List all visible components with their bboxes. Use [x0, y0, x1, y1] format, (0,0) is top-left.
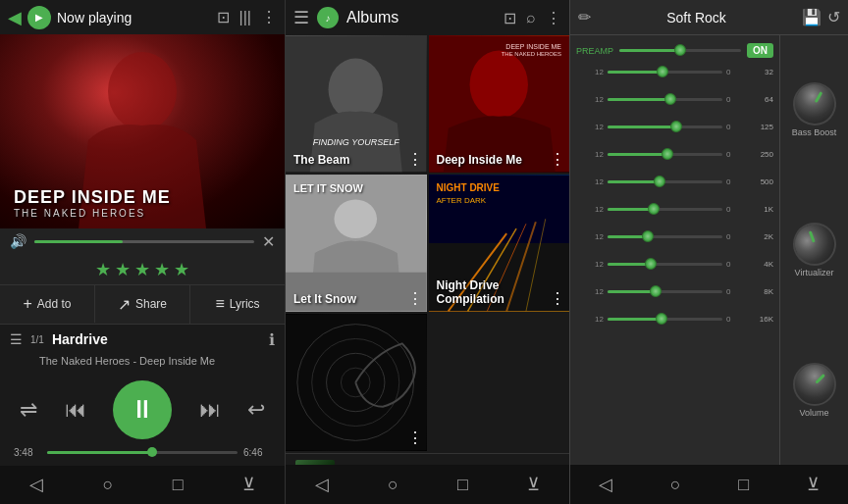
more-icon[interactable]: ⋮ — [261, 8, 277, 26]
albums-search-icon[interactable]: ⌕ — [526, 9, 536, 26]
eq-label-12-8: 12 — [576, 260, 604, 269]
eq-on-button[interactable]: ON — [747, 43, 773, 58]
album-snow-more[interactable]: ⋮ — [407, 289, 423, 308]
preamp-slider[interactable] — [619, 49, 741, 52]
equalizer-icon[interactable]: ||| — [239, 9, 251, 26]
eq-body: PREAMP ON 12 0 32 12 — [570, 35, 848, 465]
eq-slider-5[interactable] — [608, 180, 722, 183]
eq-row-10: 12 0 16K — [572, 305, 777, 332]
svg-point-2 — [329, 58, 383, 120]
lyrics-button[interactable]: ≡ Lyrics — [190, 285, 285, 323]
nav-recent-icon[interactable]: □ — [173, 475, 184, 495]
svg-point-6 — [334, 199, 377, 238]
eq-nav-recent[interactable]: □ — [738, 475, 749, 495]
equalizer-panel: ✏ Soft Rock 💾 ↺ PREAMP ON 12 — [569, 0, 848, 504]
eq-label-12-4: 12 — [576, 150, 604, 159]
eq-nav-back[interactable]: ◁ — [599, 474, 612, 495]
virtualizer-label: Virtualizer — [795, 268, 834, 277]
eq-slider-2[interactable] — [608, 98, 722, 101]
volume-slider[interactable] — [34, 240, 254, 243]
eq-label-12-9: 12 — [576, 287, 604, 296]
album-card-snow[interactable]: LET IT SNOW Let It Snow ⋮ — [286, 175, 427, 312]
progress-bar[interactable] — [47, 451, 238, 454]
eq-freq-8k: 8K — [746, 287, 773, 296]
eq-freq-16k: 16K — [746, 315, 773, 324]
volume-knob[interactable] — [783, 354, 844, 415]
album-card-beam[interactable]: FINDING YOURSELF The Beam ⋮ — [286, 35, 427, 173]
eq-save-icon[interactable]: 💾 — [802, 8, 822, 26]
albums-cast-icon[interactable]: ⊡ — [504, 9, 516, 27]
album-deep-more[interactable]: ⋮ — [550, 150, 565, 169]
albums-nav-recent[interactable]: □ — [457, 475, 468, 495]
eq-row-6: 12 0 1K — [572, 195, 777, 223]
album-card-spiral[interactable]: ⋮ — [286, 314, 427, 451]
albums-nav-home[interactable]: ○ — [388, 475, 398, 495]
eq-label-12-10: 12 — [576, 315, 604, 324]
prev-button[interactable]: ⏮ — [65, 397, 86, 423]
shuffle-button[interactable]: ⇌ — [20, 397, 37, 423]
star-5[interactable]: ★ — [174, 259, 189, 280]
star-1[interactable]: ★ — [95, 259, 111, 280]
eq-slider-1[interactable] — [608, 71, 722, 74]
eq-freq-64: 64 — [746, 95, 773, 104]
controls-area: ⇌ ⏮ ⏸ ⏭ ↩ 3:48 6:46 — [0, 373, 285, 466]
albums-top-bar: ☰ ♪ Albums ⊡ ⌕ ⋮ — [286, 0, 569, 35]
star-4[interactable]: ★ — [154, 259, 170, 280]
star-2[interactable]: ★ — [115, 259, 131, 280]
eq-slider-6[interactable] — [608, 208, 722, 211]
star-rating[interactable]: ★ ★ ★ ★ ★ — [0, 255, 285, 284]
album-beam-more[interactable]: ⋮ — [407, 150, 423, 169]
albums-top-icons: ⊡ ⌕ ⋮ — [504, 9, 561, 27]
virtualizer-knob[interactable] — [786, 217, 841, 272]
add-to-button[interactable]: + Add to — [0, 285, 95, 323]
star-3[interactable]: ★ — [134, 259, 150, 280]
eq-freq-32: 32 — [746, 68, 773, 76]
nav-home-icon[interactable]: ○ — [102, 475, 113, 495]
next-button[interactable]: ⏭ — [199, 397, 221, 423]
back-button[interactable]: ◀ — [8, 7, 22, 28]
eq-nav-home[interactable]: ○ — [670, 475, 681, 495]
eq-freq-1k: 1K — [746, 205, 773, 214]
progress-area: 3:48 6:46 — [10, 447, 275, 458]
repeat-button[interactable]: ↩ — [247, 397, 265, 423]
albums-title: Albums — [346, 9, 496, 26]
album-art: DEEP INSIDE ME THE NAKED HEROES — [0, 34, 285, 227]
volume-icon[interactable]: 🔊 — [10, 233, 26, 249]
album-card-deep[interactable]: DEEP INSIDE METHE NAKED HEROES Deep Insi… — [429, 35, 570, 173]
eq-nav-down[interactable]: ⊻ — [807, 474, 820, 495]
list-icon: ☰ — [10, 331, 23, 347]
albums-more-icon[interactable]: ⋮ — [546, 9, 561, 27]
album-deep-label: Deep Inside Me — [437, 153, 522, 167]
cast-icon[interactable]: ⊡ — [217, 8, 230, 26]
share-button[interactable]: ↗ Share — [95, 285, 190, 324]
nav-back-icon[interactable]: ◁ — [29, 474, 43, 495]
playback-controls: ⇌ ⏮ ⏸ ⏭ ↩ — [10, 380, 275, 439]
album-list-item-are-you[interactable]: Are You Going With Me? Night Drive Compi… — [286, 453, 569, 465]
mini-play-button[interactable]: ▶ — [27, 6, 51, 29]
eq-slider-3[interactable] — [608, 126, 722, 128]
album-night-more[interactable]: ⋮ — [550, 289, 565, 308]
close-icon[interactable]: ✕ — [262, 232, 275, 251]
eq-slider-10[interactable] — [608, 318, 722, 321]
eq-slider-8[interactable] — [608, 263, 722, 266]
track-subtitle: The Naked Heroes - Deep Inside Me — [0, 355, 285, 373]
play-pause-button[interactable]: ⏸ — [113, 380, 172, 439]
eq-slider-7[interactable] — [608, 235, 722, 238]
eq-slider-4[interactable] — [608, 153, 722, 156]
album-artist: THE NAKED HEROES — [14, 208, 271, 219]
album-spiral-more[interactable]: ⋮ — [407, 428, 423, 447]
albums-nav-down[interactable]: ⊻ — [527, 474, 540, 495]
eq-slider-9[interactable] — [608, 290, 722, 293]
svg-point-0 — [108, 52, 177, 130]
eq-freq-4k: 4K — [746, 260, 773, 269]
info-icon[interactable]: ℹ — [269, 330, 275, 349]
now-playing-panel: ◀ ▶ Now playing ⊡ ||| ⋮ DEEP INSIDE ME T… — [0, 0, 285, 504]
menu-icon[interactable]: ☰ — [293, 7, 309, 28]
albums-nav-back[interactable]: ◁ — [315, 474, 329, 495]
nav-down-icon[interactable]: ⊻ — [242, 474, 255, 495]
eq-refresh-icon[interactable]: ↺ — [827, 8, 840, 26]
album-card-night[interactable]: NIGHT DRIVE AFTER DARK Night Drive Compi… — [429, 175, 570, 312]
album-beam-label: The Beam — [293, 153, 349, 167]
bass-boost-knob[interactable] — [784, 75, 843, 133]
eq-pen-icon[interactable]: ✏ — [578, 8, 591, 26]
